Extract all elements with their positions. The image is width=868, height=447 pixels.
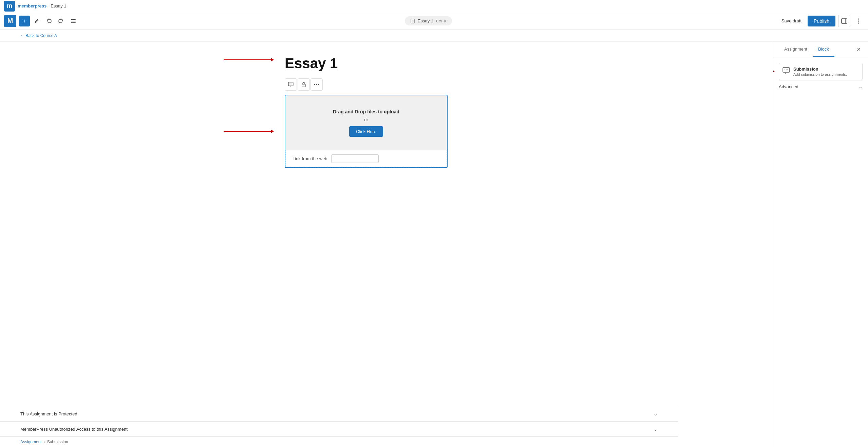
left-arrow-line: [224, 59, 271, 60]
breadcrumb-submission: Submission: [47, 440, 68, 444]
vertical-dots-icon: [858, 18, 859, 24]
save-draft-button[interactable]: Save draft: [778, 16, 805, 25]
breadcrumb-bar: Assignment › Submission: [0, 436, 678, 447]
title-pill-shortcut: Ctrl+K: [436, 19, 447, 23]
upload-link-row: Link from the web:: [285, 150, 447, 167]
right-sidebar: Assignment Block ✕: [773, 42, 868, 447]
title-area: Essay 1 Ctrl+K: [80, 16, 777, 25]
essay-title[interactable]: Essay 1: [285, 55, 488, 72]
submission-text: Submission Add submission to assignments…: [793, 67, 847, 76]
sidebar-content: Submission Add submission to assignments…: [773, 57, 868, 447]
svg-point-21: [785, 70, 785, 70]
drag-drop-text: Drag and Drop files to upload: [292, 109, 440, 114]
title-pill-text: Essay 1: [418, 18, 433, 23]
submission-block-btn[interactable]: [285, 78, 297, 91]
breadcrumb-assignment[interactable]: Assignment: [20, 440, 42, 444]
list-view-button[interactable]: [68, 16, 79, 26]
lock-icon: [301, 82, 306, 87]
sidebar-header: Assignment Block ✕: [773, 42, 868, 57]
svg-point-11: [858, 22, 859, 23]
document-icon: [410, 19, 415, 23]
left-arrow-head: [271, 58, 274, 61]
sidebar-toggle-button[interactable]: [838, 15, 850, 27]
publish-button[interactable]: Publish: [808, 16, 835, 26]
svg-point-18: [316, 84, 317, 85]
undo-button[interactable]: [43, 16, 54, 26]
toolbar-right: Save draft Publish: [778, 15, 864, 27]
close-sidebar-button[interactable]: ✕: [854, 45, 863, 54]
brand-name: memberpress: [18, 3, 46, 8]
upload-dropzone[interactable]: Drag and Drop files to upload or Click H…: [285, 95, 447, 150]
advanced-label: Advanced: [779, 84, 798, 89]
svg-rect-2: [71, 22, 76, 23]
sidebar-tabs: Assignment Block: [779, 42, 834, 57]
more-options-button[interactable]: [853, 16, 864, 26]
svg-point-14: [290, 84, 291, 85]
chat-bubble-icon: [288, 82, 294, 87]
memberpress-logo-icon: m: [4, 1, 15, 12]
edit-tool-button[interactable]: [31, 16, 42, 26]
redo-button[interactable]: [56, 16, 67, 26]
more-block-btn[interactable]: [310, 78, 323, 91]
top-bar: m memberpress Essay 1: [0, 0, 868, 12]
unauthorized-label: MemberPress Unauthorized Access to this …: [20, 427, 128, 432]
advanced-chevron-icon: ⌄: [858, 84, 863, 89]
back-to-course-link[interactable]: ← Back to Course A: [0, 31, 868, 40]
title-pill[interactable]: Essay 1 Ctrl+K: [405, 16, 452, 25]
tab-block[interactable]: Block: [813, 42, 834, 57]
sidebar-arrow-head: [773, 70, 775, 73]
advanced-section[interactable]: Advanced ⌄: [779, 80, 863, 93]
svg-point-19: [318, 84, 319, 85]
main-toolbar: M + Essay 1 Ctrl+K Save draft Publish: [0, 12, 868, 30]
upload-arrow-head: [271, 130, 274, 133]
unauthorized-chevron-icon: ⌄: [654, 426, 658, 432]
main-layout: Essay 1: [0, 42, 868, 447]
submission-chat-icon: [782, 67, 790, 76]
breadcrumb-separator: ›: [44, 440, 45, 444]
add-block-button[interactable]: +: [19, 16, 30, 26]
svg-point-9: [858, 18, 859, 19]
unauthorized-accordion[interactable]: MemberPress Unauthorized Access to this …: [0, 422, 678, 437]
svg-point-23: [787, 70, 788, 70]
block-toolbar: [285, 78, 488, 91]
link-from-web-input[interactable]: [331, 154, 379, 163]
lock-block-btn[interactable]: [298, 78, 310, 91]
protected-accordion[interactable]: This Assignment is Protected ⌄: [0, 406, 678, 422]
bottom-section: This Assignment is Protected ⌄ MemberPre…: [0, 406, 678, 437]
svg-point-17: [314, 84, 315, 85]
horizontal-dots-icon: [314, 84, 319, 85]
toolbar-logo: M: [4, 15, 16, 27]
submission-block[interactable]: Submission Add submission to assignments…: [779, 63, 863, 80]
or-text: or: [292, 117, 440, 122]
upload-block[interactable]: Drag and Drop files to upload or Click H…: [285, 95, 448, 168]
click-here-button[interactable]: Click Here: [349, 126, 383, 137]
svg-rect-1: [71, 21, 76, 21]
svg-point-10: [858, 20, 859, 21]
submission-description: Add submission to assignments.: [793, 72, 847, 76]
link-label: Link from the web:: [293, 156, 328, 161]
svg-rect-7: [842, 19, 847, 23]
svg-point-13: [289, 84, 290, 85]
tab-assignment[interactable]: Assignment: [779, 42, 813, 57]
svg-point-15: [291, 84, 292, 85]
post-title-top: Essay 1: [51, 3, 66, 8]
sidebar-icon: [841, 18, 847, 24]
protected-label: This Assignment is Protected: [20, 411, 77, 416]
svg-rect-16: [302, 84, 305, 87]
svg-rect-0: [71, 19, 76, 20]
submission-title: Submission: [793, 67, 847, 72]
protected-chevron-icon: ⌄: [654, 411, 658, 416]
editor-area: Essay 1: [0, 42, 773, 447]
svg-point-22: [786, 70, 787, 70]
upload-arrow-line: [224, 131, 271, 132]
